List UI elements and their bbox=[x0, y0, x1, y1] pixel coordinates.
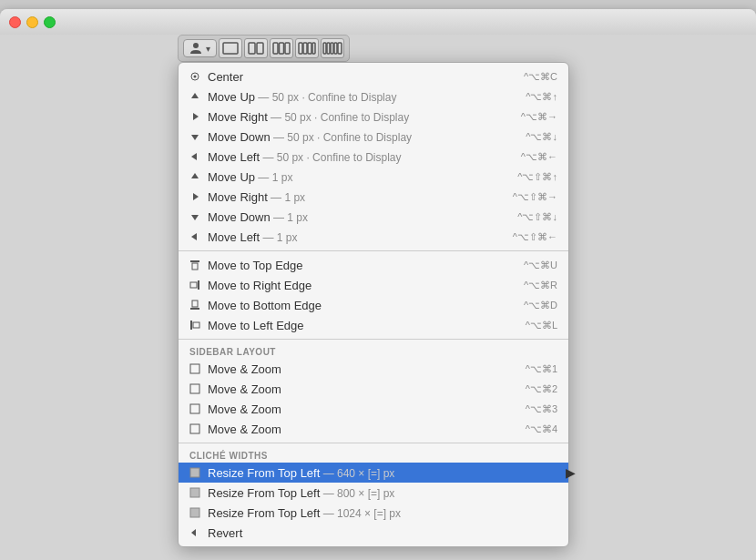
menu-item-move-right-edge[interactable]: Move to Right Edge^⌥⌘R bbox=[179, 275, 568, 295]
menu-item-shortcut: ^⌥⇧⌘↓ bbox=[517, 211, 557, 223]
menu-item-shortcut: ^⌥⌘C bbox=[524, 71, 557, 83]
svg-rect-5 bbox=[280, 43, 284, 54]
menu-item-move-down-1[interactable]: Move Down — 1 px^⌥⇧⌘↓ bbox=[179, 207, 568, 227]
five-pane-icon bbox=[322, 42, 342, 55]
svg-marker-20 bbox=[191, 135, 199, 140]
menu-item-label: Move & Zoom bbox=[208, 423, 526, 436]
menu-item-label: Move to Bottom Edge bbox=[208, 299, 524, 312]
menu-item-revert[interactable]: Revert bbox=[179, 523, 568, 543]
menu-item-label: Move Left — 50 px · Confine to Display bbox=[208, 150, 521, 164]
menu-item-label: Move Right — 1 px bbox=[208, 190, 513, 204]
menu-item-move-bottom-edge[interactable]: Move to Bottom Edge^⌥⌘D bbox=[179, 295, 568, 315]
two-pane-icon bbox=[248, 42, 264, 55]
menu-item-move-zoom-3[interactable]: Move & Zoom^⌥⌘3 bbox=[179, 399, 568, 419]
svg-marker-25 bbox=[191, 233, 197, 240]
menu-item-center[interactable]: Center^⌥⌘C bbox=[179, 66, 568, 87]
toolbar-btn-2[interactable] bbox=[244, 38, 268, 58]
minimize-button[interactable] bbox=[26, 16, 38, 28]
svg-rect-31 bbox=[192, 300, 198, 307]
svg-marker-22 bbox=[191, 173, 199, 178]
menu-item-move-left-1[interactable]: Move Left — 1 px^⌥⇧⌘← bbox=[179, 227, 568, 247]
menu-item-label: Move & Zoom bbox=[208, 382, 526, 396]
menu-item-shortcut: ^⌥⌘→ bbox=[521, 111, 557, 123]
edge-top-icon bbox=[188, 258, 202, 272]
main-window: ▾ bbox=[0, 9, 756, 560]
menu-item-move-down-50[interactable]: Move Down — 50 px · Confine to Display^⌥… bbox=[179, 127, 568, 147]
right-icon bbox=[188, 109, 202, 124]
svg-rect-12 bbox=[327, 43, 330, 54]
single-pane-icon bbox=[222, 42, 239, 55]
menu-item-resize-800[interactable]: Resize From Top Left — 800 × [=] px bbox=[179, 483, 568, 503]
maximize-button[interactable] bbox=[44, 16, 56, 28]
menu-item-shortcut: ^⌥⇧⌘→ bbox=[513, 191, 557, 203]
center-icon bbox=[188, 69, 202, 84]
svg-rect-32 bbox=[190, 321, 192, 330]
svg-rect-27 bbox=[192, 263, 198, 270]
up-icon bbox=[188, 89, 202, 104]
menu-item-shortcut: ^⌥⌘R bbox=[524, 280, 557, 291]
menu-item-shortcut: ^⌥⌘2 bbox=[526, 383, 557, 395]
menu-item-label: Move Up — 50 px · Confine to Display bbox=[208, 90, 526, 104]
edge-right-icon bbox=[188, 278, 202, 292]
menu-item-move-zoom-2[interactable]: Move & Zoom^⌥⌘2 bbox=[179, 379, 568, 399]
menu-item-resize-1024[interactable]: Resize From Top Left — 1024 × [=] px bbox=[179, 503, 568, 523]
toolbar-btn-1[interactable] bbox=[219, 38, 242, 58]
menu-item-move-left-50[interactable]: Move Left — 50 px · Confine to Display^⌥… bbox=[179, 147, 568, 167]
menu-item-move-up-1[interactable]: Move Up — 1 px^⌥⇧⌘↑ bbox=[179, 167, 568, 187]
menu-item-label: Move Down — 50 px · Confine to Display bbox=[208, 130, 526, 144]
svg-marker-24 bbox=[191, 215, 199, 220]
svg-rect-2 bbox=[249, 43, 255, 54]
menu-item-shortcut: ^⌥⌘4 bbox=[526, 423, 557, 435]
menu-item-label: Move Up — 1 px bbox=[208, 170, 517, 184]
svg-marker-23 bbox=[193, 193, 199, 200]
menu-item-shortcut: ^⌥⇧⌘← bbox=[513, 231, 557, 243]
toolbar-btn-4[interactable] bbox=[295, 38, 319, 58]
section-label: CLICHÉ WIDTHS bbox=[179, 447, 568, 463]
right-icon bbox=[188, 189, 202, 204]
toolbar-dropdown[interactable]: ▾ bbox=[183, 39, 217, 57]
menu-item-label: Resize From Top Left — 640 × [=] px bbox=[208, 466, 557, 480]
svg-rect-34 bbox=[190, 364, 199, 373]
svg-rect-1 bbox=[223, 43, 238, 54]
menu-item-move-left-edge[interactable]: Move to Left Edge^⌥⌘L bbox=[179, 315, 568, 335]
svg-rect-11 bbox=[323, 43, 326, 54]
svg-point-17 bbox=[194, 76, 197, 78]
four-pane-icon bbox=[298, 42, 316, 55]
titlebar bbox=[0, 9, 756, 35]
menu-separator bbox=[179, 250, 568, 251]
svg-rect-37 bbox=[190, 424, 199, 433]
resize-icon bbox=[188, 505, 202, 520]
svg-rect-10 bbox=[312, 43, 315, 54]
menu-item-move-top-edge[interactable]: Move to Top Edge^⌥⌘U bbox=[179, 255, 568, 275]
revert-icon bbox=[188, 525, 202, 540]
zoom-icon bbox=[188, 382, 202, 396]
svg-rect-39 bbox=[190, 488, 199, 497]
menu-item-move-right-50[interactable]: Move Right — 50 px · Confine to Display^… bbox=[179, 107, 568, 127]
svg-rect-13 bbox=[331, 43, 333, 54]
person-icon bbox=[189, 42, 202, 55]
menu-item-move-zoom-1[interactable]: Move & Zoom^⌥⌘1 bbox=[179, 359, 568, 379]
svg-rect-38 bbox=[190, 468, 199, 477]
dropdown-menu: Center^⌥⌘CMove Up — 50 px · Confine to D… bbox=[178, 62, 569, 547]
close-button[interactable] bbox=[9, 16, 21, 28]
toolbar-btn-5[interactable] bbox=[321, 38, 344, 58]
menu-item-shortcut: ^⌥⌘3 bbox=[526, 403, 557, 415]
svg-rect-6 bbox=[285, 43, 290, 54]
menu-item-shortcut: ^⌥⌘U bbox=[524, 260, 557, 271]
svg-rect-35 bbox=[190, 384, 199, 393]
menu-item-resize-640[interactable]: Resize From Top Left — 640 × [=] px▶ bbox=[179, 463, 568, 483]
menu-item-move-right-1[interactable]: Move Right — 1 px^⌥⇧⌘→ bbox=[179, 187, 568, 207]
menu-item-shortcut: ^⌥⌘↑ bbox=[526, 91, 557, 103]
traffic-lights bbox=[9, 16, 56, 28]
three-pane-icon bbox=[272, 42, 291, 55]
menu-item-shortcut: ^⌥⌘L bbox=[526, 320, 557, 331]
zoom-icon bbox=[188, 361, 202, 376]
edge-bottom-icon bbox=[188, 298, 202, 312]
menu-item-label: Move Left — 1 px bbox=[208, 230, 513, 244]
menu-item-move-up-50[interactable]: Move Up — 50 px · Confine to Display^⌥⌘↑ bbox=[179, 87, 568, 107]
svg-rect-7 bbox=[299, 43, 302, 54]
dropdown-arrow: ▾ bbox=[206, 44, 210, 54]
toolbar-btn-3[interactable] bbox=[270, 38, 293, 58]
up-icon bbox=[188, 169, 202, 184]
menu-item-move-zoom-4[interactable]: Move & Zoom^⌥⌘4 bbox=[179, 419, 568, 439]
